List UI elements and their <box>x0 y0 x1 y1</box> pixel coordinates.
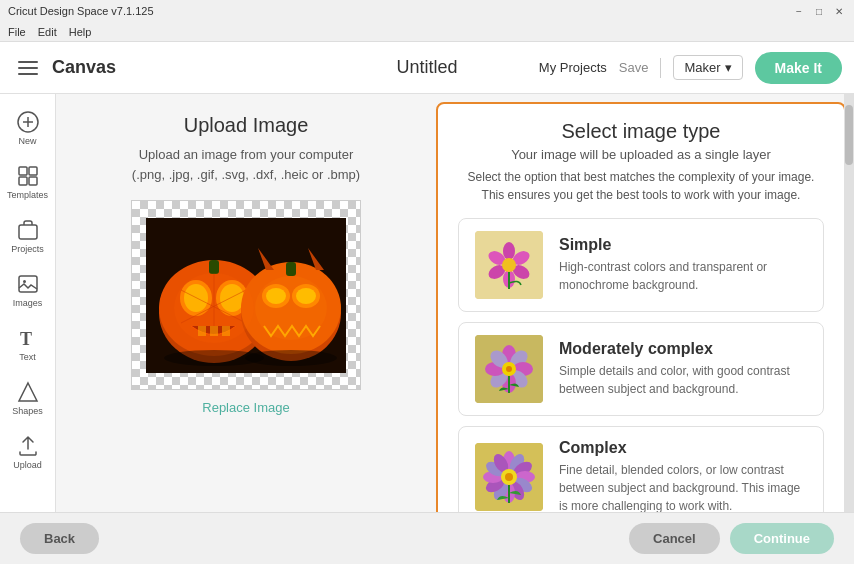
app-bar-right: My Projects Save Maker ▾ Make It <box>539 52 842 84</box>
complex-thumbnail <box>475 443 543 511</box>
sidebar-label-new: New <box>18 136 36 146</box>
select-instruction: Select the option that best matches the … <box>458 168 824 204</box>
svg-point-41 <box>503 242 515 260</box>
moderately-complex-card[interactable]: Moderately complex Simple details and co… <box>458 322 824 416</box>
moderate-thumbnail <box>475 335 543 403</box>
simple-thumbnail <box>475 231 543 299</box>
upload-title: Upload Image <box>184 114 309 137</box>
canvas-label: Canvas <box>52 57 116 78</box>
svg-rect-34 <box>286 262 296 276</box>
simple-title: Simple <box>559 236 807 254</box>
replace-image-link[interactable]: Replace Image <box>202 400 289 415</box>
upload-subtitle: Upload an image from your computer (.png… <box>132 145 360 184</box>
menu-file[interactable]: File <box>8 26 26 38</box>
shapes-icon <box>16 380 40 404</box>
svg-marker-11 <box>19 383 37 401</box>
svg-rect-8 <box>19 276 37 292</box>
projects-icon <box>16 218 40 242</box>
svg-point-9 <box>23 280 26 283</box>
minimize-button[interactable]: − <box>792 4 806 18</box>
sidebar-label-upload: Upload <box>13 460 42 470</box>
sidebar-item-images[interactable]: Images <box>4 264 52 316</box>
sidebar-label-text: Text <box>19 352 36 362</box>
svg-rect-5 <box>19 177 27 185</box>
sidebar-label-images: Images <box>13 298 43 308</box>
simple-card[interactable]: Simple High-contrast colors and transpar… <box>458 218 824 312</box>
my-projects-button[interactable]: My Projects <box>539 60 607 75</box>
maker-button[interactable]: Maker ▾ <box>673 55 742 80</box>
select-panel: Select image type Your image will be upl… <box>436 102 846 556</box>
scrollbar-thumb[interactable] <box>845 105 853 165</box>
toolbar-divider <box>660 58 661 78</box>
sidebar: New Templates Projects Images T Text <box>0 94 56 564</box>
continue-button[interactable]: Continue <box>730 523 834 554</box>
upload-panel: Upload Image Upload an image from your c… <box>56 94 436 564</box>
svg-rect-4 <box>29 167 37 175</box>
cancel-button[interactable]: Cancel <box>629 523 720 554</box>
hamburger-line-1 <box>18 61 38 63</box>
svg-point-47 <box>502 258 516 272</box>
sidebar-item-text[interactable]: T Text <box>4 318 52 370</box>
text-icon: T <box>16 326 40 350</box>
upload-subtitle-2: (.png, .jpg, .gif, .svg, .dxf, .heic or … <box>132 167 360 182</box>
complex-content: Complex Fine detail, blended colors, or … <box>559 439 807 515</box>
select-subtitle: Your image will be uploaded as a single … <box>458 147 824 162</box>
sidebar-label-projects: Projects <box>11 244 44 254</box>
images-icon <box>16 272 40 296</box>
menu-edit[interactable]: Edit <box>38 26 57 38</box>
new-icon <box>16 110 40 134</box>
hamburger-line-3 <box>18 73 38 75</box>
upload-subtitle-1: Upload an image from your computer <box>139 147 354 162</box>
sidebar-label-shapes: Shapes <box>12 406 43 416</box>
simple-content: Simple High-contrast colors and transpar… <box>559 236 807 294</box>
sidebar-label-templates: Templates <box>7 190 48 200</box>
moderate-content: Moderately complex Simple details and co… <box>559 340 807 398</box>
title-bar: Cricut Design Space v7.1.125 − □ ✕ <box>0 0 854 22</box>
menu-bar: File Edit Help <box>0 22 854 42</box>
scrollbar-track <box>844 94 854 512</box>
hamburger-button[interactable] <box>12 52 44 84</box>
bottom-bar: Back Cancel Continue <box>0 512 854 564</box>
sidebar-item-new[interactable]: New <box>4 102 52 154</box>
select-title: Select image type <box>458 120 824 143</box>
svg-rect-3 <box>19 167 27 175</box>
moderate-desc: Simple details and color, with good cont… <box>559 362 807 398</box>
templates-icon <box>16 164 40 188</box>
title-bar-controls: − □ ✕ <box>792 4 846 18</box>
simple-desc: High-contrast colors and transparent or … <box>559 258 807 294</box>
pumpkin-illustration <box>146 218 346 373</box>
svg-point-60 <box>506 366 512 372</box>
svg-point-77 <box>505 473 513 481</box>
back-button[interactable]: Back <box>20 523 99 554</box>
maker-chevron-icon: ▾ <box>725 60 732 75</box>
app-name: Cricut Design Space v7.1.125 <box>8 5 154 17</box>
sidebar-item-templates[interactable]: Templates <box>4 156 52 208</box>
svg-rect-22 <box>209 260 219 274</box>
upload-icon <box>16 434 40 458</box>
maximize-button[interactable]: □ <box>812 4 826 18</box>
svg-rect-6 <box>29 177 37 185</box>
menu-help[interactable]: Help <box>69 26 92 38</box>
bottom-right: Cancel Continue <box>629 523 834 554</box>
app-bar: Canvas Untitled My Projects Save Maker ▾… <box>0 42 854 94</box>
hamburger-line-2 <box>18 67 38 69</box>
svg-rect-7 <box>19 225 37 239</box>
moderate-title: Moderately complex <box>559 340 807 358</box>
svg-text:T: T <box>20 329 32 349</box>
image-preview <box>131 200 361 390</box>
complex-desc: Fine detail, blended colors, or low cont… <box>559 461 807 515</box>
sidebar-item-upload[interactable]: Upload <box>4 426 52 478</box>
complex-title: Complex <box>559 439 807 457</box>
make-it-button[interactable]: Make It <box>755 52 842 84</box>
title-bar-left: Cricut Design Space v7.1.125 <box>8 5 154 17</box>
content-area: Upload Image Upload an image from your c… <box>56 94 854 564</box>
main-layout: New Templates Projects Images T Text <box>0 94 854 564</box>
svg-point-35 <box>174 273 254 343</box>
sidebar-item-shapes[interactable]: Shapes <box>4 372 52 424</box>
svg-point-36 <box>255 276 327 340</box>
close-button[interactable]: ✕ <box>832 4 846 18</box>
sidebar-item-projects[interactable]: Projects <box>4 210 52 262</box>
document-title: Untitled <box>396 57 457 78</box>
save-button[interactable]: Save <box>619 60 649 75</box>
svg-point-38 <box>245 350 337 366</box>
